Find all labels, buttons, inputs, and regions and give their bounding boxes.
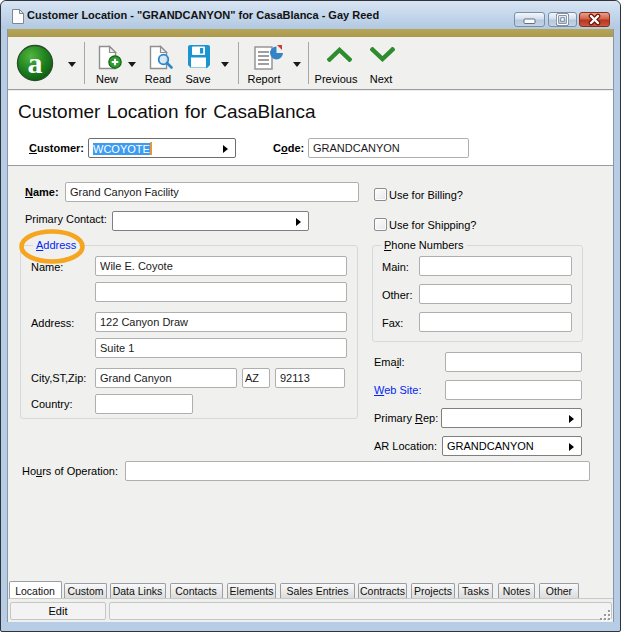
- toolbar: a New: [8, 37, 613, 90]
- location-form: Name: Use for Billing? Primary Contact: …: [8, 167, 613, 580]
- use-for-billing-label: Use for Billing?: [389, 189, 463, 201]
- ar-location-label: AR Location:: [374, 440, 437, 452]
- title-bar[interactable]: Customer Location - "GRANDCANYON" for Ca…: [1, 1, 620, 29]
- use-for-billing-checkbox[interactable]: [374, 188, 387, 201]
- city-st-zip-label: City,ST,Zip:: [31, 372, 86, 384]
- minimize-icon: [515, 13, 544, 26]
- tab-notes[interactable]: Notes: [498, 583, 535, 598]
- name-label: Name:: [25, 186, 59, 198]
- form-header: Customer Location for CasaBlanca Custome…: [8, 91, 613, 166]
- customer-label: Customer:: [29, 142, 84, 154]
- phone-main-input[interactable]: [419, 256, 572, 276]
- page-title: Customer Location for CasaBlanca: [18, 101, 316, 123]
- maximize-icon: [549, 13, 576, 26]
- use-for-shipping-label: Use for Shipping?: [389, 219, 476, 231]
- country-label: Country:: [31, 398, 73, 410]
- gold-accent-bar: [8, 29, 613, 37]
- tab-sales-entries[interactable]: Sales Entries: [280, 583, 355, 598]
- primary-rep-combo[interactable]: [441, 408, 582, 428]
- tab-other[interactable]: Other: [539, 583, 579, 598]
- code-label: Code:: [273, 142, 304, 154]
- status-info-panel: [109, 602, 612, 620]
- primary-contact-dropdown-arrow[interactable]: [296, 218, 301, 226]
- tab-custom[interactable]: Custom: [64, 583, 107, 598]
- new-dropdown-arrow[interactable]: [128, 62, 136, 67]
- svg-text:a: a: [28, 46, 43, 79]
- status-bar: Edit: [8, 598, 613, 622]
- maximize-button[interactable]: [548, 12, 577, 27]
- hours-of-operation-input[interactable]: [125, 461, 590, 481]
- ar-location-dropdown-arrow[interactable]: [569, 443, 574, 451]
- address-name2-input[interactable]: [95, 282, 347, 302]
- client-area: a New: [7, 29, 614, 622]
- close-button[interactable]: [579, 12, 610, 27]
- logo-dropdown-arrow[interactable]: [68, 62, 76, 67]
- resize-grip[interactable]: [597, 608, 610, 620]
- next-chevron-icon: [370, 47, 395, 62]
- address-street-label: Address:: [31, 317, 74, 329]
- customer-dropdown-arrow[interactable]: [223, 145, 228, 153]
- use-for-shipping-checkbox[interactable]: [374, 218, 387, 231]
- website-link[interactable]: Web Site:: [374, 384, 422, 396]
- report-icon: [253, 44, 286, 70]
- phone-other-label: Other:: [382, 289, 413, 301]
- phone-main-label: Main:: [382, 261, 409, 273]
- primary-rep-dropdown-arrow[interactable]: [569, 415, 574, 423]
- save-icon: [186, 44, 211, 69]
- previous-button-label: Previous: [315, 73, 358, 85]
- city-input[interactable]: [95, 368, 237, 388]
- ar-location-combo[interactable]: GRANDCANYON: [442, 436, 582, 456]
- new-button-label: New: [96, 73, 118, 85]
- text-caret: [150, 142, 152, 155]
- tab-projects[interactable]: Projects: [411, 583, 455, 598]
- app-logo-button[interactable]: a: [16, 44, 54, 82]
- ar-location-value: GRANDCANYON: [447, 440, 534, 452]
- tab-contracts[interactable]: Contracts: [358, 583, 407, 598]
- address-name-input[interactable]: [95, 256, 347, 276]
- tab-elements[interactable]: Elements: [227, 583, 276, 598]
- state-input[interactable]: [242, 368, 270, 388]
- phone-numbers-caption: Phone Numbers: [381, 239, 467, 251]
- minimize-button[interactable]: [514, 12, 545, 27]
- next-button-label: Next: [370, 73, 393, 85]
- phone-fax-input[interactable]: [419, 312, 572, 332]
- phone-fax-label: Fax:: [382, 317, 403, 329]
- hours-of-operation-label: Hours of Operation:: [22, 465, 118, 477]
- report-button-label: Report: [247, 73, 280, 85]
- zip-input[interactable]: [275, 368, 345, 388]
- read-button-label: Read: [145, 73, 171, 85]
- read-document-icon: [149, 45, 176, 70]
- tab-strip: Location Custom Data Links Contacts Elem…: [8, 580, 613, 598]
- address-link[interactable]: Address: [33, 239, 79, 251]
- country-input[interactable]: [95, 394, 193, 414]
- address-street-input[interactable]: [95, 312, 347, 332]
- tab-tasks[interactable]: Tasks: [458, 583, 493, 598]
- name-input[interactable]: [65, 182, 359, 202]
- new-document-icon: [98, 45, 125, 70]
- status-mode: Edit: [11, 605, 105, 617]
- address-street2-input[interactable]: [95, 338, 347, 358]
- close-icon: [580, 13, 609, 26]
- save-dropdown-arrow[interactable]: [221, 62, 229, 67]
- window-title: Customer Location - "GRANDCANYON" for Ca…: [27, 9, 379, 21]
- phone-other-input[interactable]: [419, 284, 572, 304]
- address-name-label: Name:: [31, 261, 63, 273]
- website-input[interactable]: [445, 380, 582, 400]
- save-button-label: Save: [185, 73, 210, 85]
- primary-contact-combo[interactable]: [112, 211, 309, 231]
- primary-contact-label: Primary Contact:: [25, 213, 107, 225]
- status-mode-panel: Edit: [10, 602, 106, 620]
- report-dropdown-arrow[interactable]: [293, 62, 301, 67]
- customer-value: WCOYOTE: [93, 142, 152, 155]
- document-icon: [11, 8, 25, 25]
- code-input[interactable]: [308, 138, 469, 158]
- email-label: Email:: [374, 356, 405, 368]
- tab-location[interactable]: Location: [9, 581, 62, 598]
- tab-data-links[interactable]: Data Links: [110, 583, 166, 598]
- customer-combo[interactable]: WCOYOTE: [88, 138, 236, 158]
- tab-contacts[interactable]: Contacts: [170, 583, 223, 598]
- app-window: Customer Location - "GRANDCANYON" for Ca…: [0, 0, 621, 632]
- previous-chevron-icon: [327, 47, 352, 62]
- primary-rep-label: Primary Rep:: [374, 412, 438, 424]
- email-input[interactable]: [445, 352, 582, 372]
